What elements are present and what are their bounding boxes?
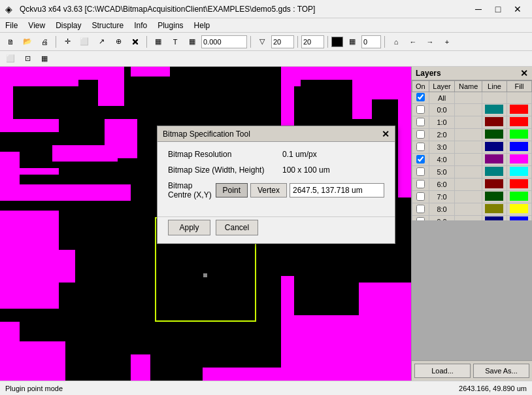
toolbar1: 🗎 📂 🖨 ✛ ⬜ ↗ ⊕ 🗙 ▦ T ▦ ▽ ▦ ⌂ ← → + [0,33,532,51]
color-swatch[interactable] [331,37,343,47]
grid-button[interactable]: ▦ [184,35,200,49]
menu-help[interactable]: Help [189,20,216,31]
layer-row: 2:0 [412,129,532,141]
status-left: Plugin point mode [5,385,63,392]
layers-button[interactable]: ▦ [150,35,166,49]
centre-label: Bitmap Centre (X,Y) [168,181,216,199]
grid-input[interactable] [301,35,324,48]
layer-display-name [455,141,482,154]
layer-row: 8:0 [412,203,532,216]
layers-scroll[interactable]: On Layer Name Line Fill All0:01:02:03:04… [412,80,532,220]
layer-display-name [455,203,482,216]
snap-input[interactable] [271,35,294,48]
select-button[interactable]: ⬜ [76,35,92,49]
layer-name: 1:0 [429,116,455,129]
main-area: Bitmap Specification Tool ✕ Bitmap Resol… [0,67,532,381]
open-button[interactable]: 📂 [20,35,35,49]
canvas[interactable]: Bitmap Specification Tool ✕ Bitmap Resol… [0,67,411,381]
home-button[interactable]: ⌂ [388,35,404,49]
layer-checkbox[interactable] [416,105,425,114]
layer-line-color [485,204,503,213]
layer-checkbox[interactable] [416,93,425,101]
col-line: Line [482,81,507,92]
cancel-button[interactable]: Cancel [216,220,258,235]
vertex-button[interactable]: Vertex [250,183,287,198]
menu-file[interactable]: File [0,20,23,31]
layer-name: 6:0 [429,179,455,191]
layer-name: 8:0 [429,203,455,216]
new-button[interactable]: 🗎 [3,35,18,49]
layer-checkbox[interactable] [416,118,425,126]
layer-display-name [455,191,482,203]
layer-fill-color [510,105,528,114]
value-input[interactable] [201,35,247,48]
layer-display-name [455,216,482,221]
layer-checkbox[interactable] [416,205,425,213]
print-button[interactable]: 🖨 [37,35,52,49]
window-title: Qckvu3 x64 v3.63 [C:\WCAD\BitmapAcquisit… [20,5,469,14]
layer-checkbox[interactable] [416,167,425,176]
layers-title: Layers [416,69,441,78]
tool1[interactable]: ⊕ [110,35,126,49]
layer-line-color [485,179,503,188]
close-button[interactable]: ✕ [508,1,527,17]
layers-panel: Layers ✕ On Layer Name Line Fill All0:01… [411,67,532,381]
menu-info[interactable]: Info [129,20,152,31]
zoom-in-button[interactable]: + [439,35,455,49]
layers-close-button[interactable]: ✕ [520,68,528,78]
save-as-button[interactable]: Save As... [473,364,529,378]
center-dot [203,273,207,277]
dialog-titlebar: Bitmap Specification Tool ✕ [158,126,395,142]
color-button[interactable]: ▦ [344,35,360,49]
layer-line-color [485,154,503,163]
layer-fill-color [510,154,528,163]
back-button[interactable]: ← [405,35,421,49]
layer-checkbox[interactable] [416,143,425,151]
tb2-btn1[interactable]: ⬜ [3,52,18,66]
col-on: On [412,81,429,92]
layer-checkbox[interactable] [416,155,425,163]
tool2[interactable]: 🗙 [127,35,143,49]
layers-footer: Load... Save As... [412,360,532,381]
point-button[interactable]: Point [216,183,248,198]
sep1 [56,36,56,48]
sep4 [297,36,298,48]
layer-display-name [455,129,482,141]
apply-button[interactable]: Apply [168,220,210,235]
layer-fill-color [510,204,528,213]
add-button[interactable]: ✛ [59,35,75,49]
layer-row: All [412,92,532,104]
size-row: Bitmap Size (Width, Height) 100 x 100 um [168,165,384,175]
menu-view[interactable]: View [23,20,50,31]
layers-empty-area [412,220,532,360]
forward-button[interactable]: → [422,35,438,49]
menu-plugins[interactable]: Plugins [152,20,188,31]
layer-checkbox[interactable] [416,130,425,139]
layer-checkbox[interactable] [416,180,425,188]
dialog-close-button[interactable]: ✕ [382,129,390,139]
layer-checkbox[interactable] [416,192,425,201]
minimize-button[interactable]: ─ [469,1,488,17]
count-input[interactable] [361,35,381,48]
layer-name: 7:0 [429,191,455,203]
coord-input[interactable] [290,183,384,198]
layer-display-name [455,166,482,179]
resolution-row: Bitmap Resolution 0.1 um/px [168,150,384,159]
layer-name: 4:0 [429,154,455,166]
filter-icon[interactable]: ▽ [254,35,270,49]
layer-row: 1:0 [412,116,532,129]
tb2-btn2[interactable]: ⊡ [20,52,35,66]
layer-line-color [485,129,503,139]
window-controls: ─ □ ✕ [469,1,527,17]
maximize-button[interactable]: □ [489,1,507,17]
text-button[interactable]: T [167,35,183,49]
load-button[interactable]: Load... [414,364,471,378]
menu-structure[interactable]: Structure [87,20,129,31]
layer-name: 0:0 [429,104,455,116]
arrow-button[interactable]: ↗ [93,35,109,49]
menu-display[interactable]: Display [50,20,86,31]
layers-table: On Layer Name Line Fill All0:01:02:03:04… [412,80,532,220]
sep5 [327,36,328,48]
bitmap-spec-dialog: Bitmap Specification Tool ✕ Bitmap Resol… [157,126,395,244]
tb2-btn3[interactable]: ▦ [37,52,52,66]
